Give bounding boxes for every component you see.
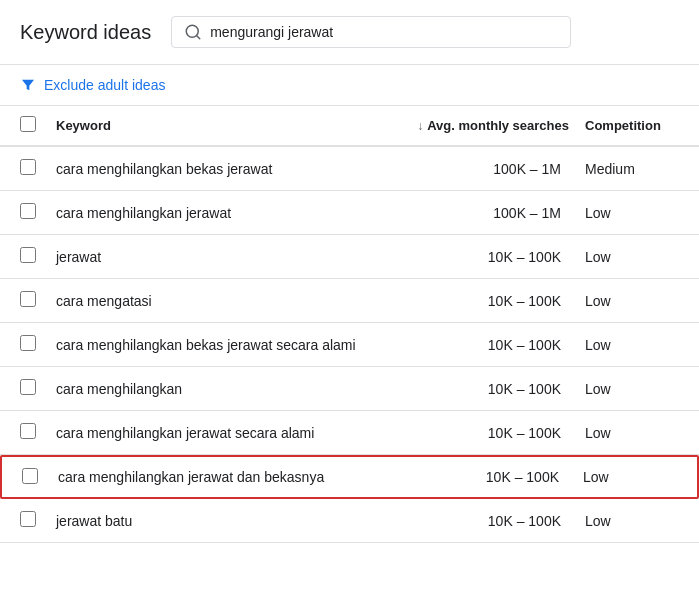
table-row: cara menghilangkan jerawat dan bekasnya … bbox=[0, 455, 699, 499]
row-searches: 10K – 100K bbox=[369, 425, 569, 441]
row-searches: 10K – 100K bbox=[369, 293, 569, 309]
row-checkbox[interactable] bbox=[20, 335, 36, 351]
row-checkbox[interactable] bbox=[20, 291, 36, 307]
row-keyword: cara menghilangkan jerawat secara alami bbox=[56, 425, 369, 441]
row-checkbox[interactable] bbox=[20, 423, 36, 439]
search-bar bbox=[171, 16, 571, 48]
row-checkbox[interactable] bbox=[20, 379, 36, 395]
table-row: cara menghilangkan jerawat 100K – 1M Low bbox=[0, 191, 699, 235]
row-competition: Low bbox=[569, 293, 679, 309]
table-row: jerawat batu 10K – 100K Low bbox=[0, 499, 699, 543]
sort-down-icon: ↓ bbox=[417, 119, 423, 133]
row-competition: Low bbox=[569, 337, 679, 353]
row-checkbox[interactable] bbox=[20, 203, 36, 219]
row-keyword: cara menghilangkan bekas jerawat secara … bbox=[56, 337, 369, 353]
row-keyword: cara mengatasi bbox=[56, 293, 369, 309]
row-keyword: cara menghilangkan bekas jerawat bbox=[56, 161, 369, 177]
column-header-competition: Competition bbox=[569, 118, 679, 133]
row-keyword: jerawat bbox=[56, 249, 369, 265]
row-checkbox-cell[interactable] bbox=[20, 379, 56, 398]
row-competition: Low bbox=[569, 381, 679, 397]
table-row: cara menghilangkan jerawat secara alami … bbox=[0, 411, 699, 455]
table-row: cara mengatasi 10K – 100K Low bbox=[0, 279, 699, 323]
row-keyword: cara menghilangkan jerawat dan bekasnya bbox=[58, 469, 367, 485]
row-checkbox[interactable] bbox=[22, 468, 38, 484]
row-keyword: cara menghilangkan jerawat bbox=[56, 205, 369, 221]
row-checkbox-cell[interactable] bbox=[20, 423, 56, 442]
row-competition: Low bbox=[569, 249, 679, 265]
row-checkbox[interactable] bbox=[20, 511, 36, 527]
table-row: jerawat 10K – 100K Low bbox=[0, 235, 699, 279]
row-checkbox-cell[interactable] bbox=[20, 335, 56, 354]
row-checkbox-cell[interactable] bbox=[20, 247, 56, 266]
row-checkbox-cell[interactable] bbox=[22, 468, 58, 487]
row-competition: Low bbox=[569, 513, 679, 529]
row-checkbox-cell[interactable] bbox=[20, 159, 56, 178]
row-searches: 10K – 100K bbox=[369, 513, 569, 529]
table-row: cara menghilangkan 10K – 100K Low bbox=[0, 367, 699, 411]
search-input[interactable] bbox=[210, 24, 558, 40]
select-all-checkbox[interactable] bbox=[20, 116, 36, 132]
row-checkbox-cell[interactable] bbox=[20, 203, 56, 222]
row-searches: 10K – 100K bbox=[369, 381, 569, 397]
row-competition: Low bbox=[569, 425, 679, 441]
table-row: cara menghilangkan bekas jerawat 100K – … bbox=[0, 147, 699, 191]
table-header: Keyword ↓ Avg. monthly searches Competit… bbox=[0, 106, 699, 147]
filter-icon bbox=[20, 77, 36, 93]
row-checkbox[interactable] bbox=[20, 159, 36, 175]
row-checkbox[interactable] bbox=[20, 247, 36, 263]
table-body: cara menghilangkan bekas jerawat 100K – … bbox=[0, 147, 699, 543]
exclude-adult-link[interactable]: Exclude adult ideas bbox=[44, 77, 165, 93]
row-competition: Low bbox=[567, 469, 677, 485]
row-searches: 100K – 1M bbox=[369, 205, 569, 221]
row-searches: 10K – 100K bbox=[369, 249, 569, 265]
row-searches: 10K – 100K bbox=[369, 337, 569, 353]
row-searches: 10K – 100K bbox=[367, 469, 567, 485]
row-competition: Low bbox=[569, 205, 679, 221]
row-keyword: cara menghilangkan bbox=[56, 381, 369, 397]
row-searches: 100K – 1M bbox=[369, 161, 569, 177]
search-icon bbox=[184, 23, 202, 41]
header-checkbox-cell[interactable] bbox=[20, 116, 56, 135]
row-checkbox-cell[interactable] bbox=[20, 511, 56, 530]
table-container: Keyword ↓ Avg. monthly searches Competit… bbox=[0, 106, 699, 543]
row-keyword: jerawat batu bbox=[56, 513, 369, 529]
table-row: cara menghilangkan bekas jerawat secara … bbox=[0, 323, 699, 367]
row-competition: Medium bbox=[569, 161, 679, 177]
column-header-keyword: Keyword bbox=[56, 118, 369, 133]
column-header-searches: ↓ Avg. monthly searches bbox=[369, 118, 569, 133]
filter-section: Exclude adult ideas bbox=[0, 65, 699, 106]
svg-line-1 bbox=[197, 35, 200, 38]
header: Keyword ideas bbox=[0, 0, 699, 65]
page-title: Keyword ideas bbox=[20, 21, 151, 44]
row-checkbox-cell[interactable] bbox=[20, 291, 56, 310]
